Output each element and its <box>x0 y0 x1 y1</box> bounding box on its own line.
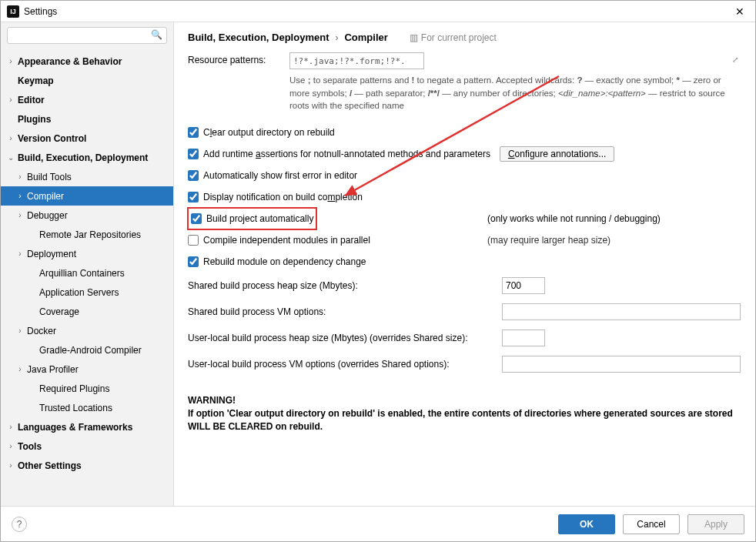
check-rebuild-dependency[interactable]: Rebuild module on dependency change <box>188 251 741 273</box>
sidebar-item-version-control[interactable]: ›Version Control <box>1 129 173 148</box>
sidebar-item-build-execution-deployment[interactable]: ⌄Build, Execution, Deployment <box>1 148 173 167</box>
chevron-right-icon: › <box>335 32 338 43</box>
ok-button[interactable]: OK <box>558 514 615 534</box>
settings-tree[interactable]: ›Appearance & BehaviorKeymap›EditorPlugi… <box>1 49 173 506</box>
checkbox-rebuild-dependency[interactable] <box>188 256 199 267</box>
chevron-right-icon: › <box>15 249 25 258</box>
sidebar-item-label: Other Settings <box>16 460 82 471</box>
app-icon: IJ <box>7 5 19 18</box>
sidebar-item-docker[interactable]: ›Docker <box>1 321 173 340</box>
breadcrumb-parent[interactable]: Build, Execution, Deployment <box>188 32 329 43</box>
sidebar-item-label: Debugger <box>25 210 68 221</box>
check-build-automatically[interactable]: Build project automatically <box>188 208 316 229</box>
sidebar-item-appearance-behavior[interactable]: ›Appearance & Behavior <box>1 52 173 71</box>
checkbox-show-first-error[interactable] <box>188 170 199 181</box>
sidebar-item-label: Arquillian Containers <box>38 268 125 279</box>
warning-block: WARNING! If option 'Clear output directo… <box>188 394 741 433</box>
sidebar-item-languages-frameworks[interactable]: ›Languages & Frameworks <box>1 417 173 437</box>
sidebar-item-label: Deployment <box>25 249 76 259</box>
titlebar: IJ Settings ✕ <box>1 1 755 22</box>
input-user-vmopts[interactable] <box>502 356 741 373</box>
sidebar-item-java-profiler[interactable]: ›Java Profiler <box>1 360 173 379</box>
check-runtime-assertions[interactable]: Add runtime assertions for notnull-annot… <box>188 143 741 165</box>
chevron-right-icon: › <box>5 134 16 142</box>
checkbox-build-notification[interactable] <box>188 192 199 202</box>
input-shared-heap[interactable] <box>502 277 545 294</box>
label-shared-vmopts: Shared build process VM options: <box>188 306 502 317</box>
sidebar-item-label: Keymap <box>16 75 54 86</box>
label-rebuild-dependency: Rebuild module on dependency change <box>203 256 366 267</box>
sidebar-item-label: Java Profiler <box>25 364 79 375</box>
search-wrap: 🔍 <box>1 22 173 49</box>
sidebar-item-label: Version Control <box>16 133 86 144</box>
sidebar-item-label: Application Servers <box>38 287 119 298</box>
sidebar-item-deployment[interactable]: ›Deployment <box>1 244 173 263</box>
scope-text: For current project <box>421 32 497 43</box>
check-build-notification[interactable]: Display notification on build completion <box>188 186 741 208</box>
sidebar-item-label: Trusted Locations <box>38 403 112 413</box>
body: 🔍 ›Appearance & BehaviorKeymap›EditorPlu… <box>1 22 755 506</box>
sidebar-item-keymap[interactable]: Keymap <box>1 71 173 90</box>
chevron-right-icon: › <box>5 57 16 65</box>
input-shared-vmopts[interactable] <box>502 303 741 320</box>
footer: ? OK Cancel Apply <box>1 506 755 541</box>
label-compile-parallel: Compile independent modules in parallel <box>203 235 370 246</box>
sidebar-item-required-plugins[interactable]: Required Plugins <box>1 379 173 398</box>
sidebar-item-trusted-locations[interactable]: Trusted Locations <box>1 398 173 417</box>
chevron-right-icon: › <box>5 95 16 104</box>
warning-head: WARNING! <box>188 394 741 407</box>
apply-button[interactable]: Apply <box>687 514 744 534</box>
chevron-right-icon: › <box>5 442 16 450</box>
check-clear-output[interactable]: Clear output directory on rebuild <box>188 122 741 143</box>
label-user-vmopts: User-local build process VM options (ove… <box>188 359 502 370</box>
sidebar-item-build-tools[interactable]: ›Build Tools <box>1 167 173 186</box>
sidebar-item-arquillian-containers[interactable]: Arquillian Containers <box>1 263 173 283</box>
sidebar-item-label: Languages & Frameworks <box>16 422 132 433</box>
sidebar-item-label: Build Tools <box>25 172 72 182</box>
sidebar-item-debugger[interactable]: ›Debugger <box>1 206 173 225</box>
sidebar-item-label: Coverage <box>38 306 79 317</box>
chevron-right-icon: › <box>5 461 16 470</box>
breadcrumb: Build, Execution, Deployment › Compiler … <box>188 32 741 43</box>
sidebar-item-tools[interactable]: ›Tools <box>1 437 173 456</box>
expand-icon[interactable]: ⤢ <box>732 55 738 64</box>
chevron-right-icon: › <box>15 326 25 335</box>
sidebar-item-other-settings[interactable]: ›Other Settings <box>1 456 173 475</box>
sidebar-item-plugins[interactable]: Plugins <box>1 109 173 129</box>
patterns-help: Use ; to separate patterns and ! to nega… <box>289 74 741 112</box>
sidebar-item-coverage[interactable]: Coverage <box>1 302 173 321</box>
sidebar-item-label: Appearance & Behavior <box>16 56 122 67</box>
scope-label: ▥ For current project <box>410 32 497 43</box>
sidebar: 🔍 ›Appearance & BehaviorKeymap›EditorPlu… <box>1 22 174 506</box>
content: Build, Execution, Deployment › Compiler … <box>174 22 755 506</box>
label-show-first-error: Automatically show first error in editor <box>203 170 357 181</box>
sidebar-item-label: Gradle-Android Compiler <box>38 345 142 356</box>
close-icon[interactable]: ✕ <box>731 5 749 18</box>
configure-annotations-button[interactable]: Configure annotations... <box>500 146 614 162</box>
help-icon[interactable]: ? <box>12 517 27 532</box>
input-user-heap[interactable] <box>502 330 545 346</box>
chevron-right-icon: › <box>15 192 25 200</box>
sidebar-item-remote-jar-repositories[interactable]: Remote Jar Repositories <box>1 225 173 244</box>
sidebar-item-label: Remote Jar Repositories <box>38 229 141 240</box>
sidebar-item-label: Tools <box>16 441 42 452</box>
check-show-first-error[interactable]: Automatically show first error in editor <box>188 165 741 186</box>
checkbox-build-automatically[interactable] <box>191 213 202 224</box>
checkbox-runtime-assertions[interactable] <box>188 149 199 159</box>
sidebar-item-label: Required Plugins <box>38 383 109 394</box>
sidebar-item-application-servers[interactable]: Application Servers <box>1 283 173 302</box>
checkbox-clear-output[interactable] <box>188 127 199 138</box>
search-input[interactable] <box>7 27 167 44</box>
checkbox-compile-parallel[interactable] <box>188 235 199 246</box>
label-shared-heap: Shared build process heap size (Mbytes): <box>188 280 502 291</box>
sidebar-item-label: Build, Execution, Deployment <box>16 152 148 163</box>
sidebar-item-gradle-android-compiler[interactable]: Gradle-Android Compiler <box>1 340 173 360</box>
resource-patterns-label: Resource patterns: <box>188 52 289 65</box>
sidebar-item-compiler[interactable]: ›Compiler <box>1 186 173 206</box>
check-compile-parallel[interactable]: Compile independent modules in parallel … <box>188 229 741 251</box>
cancel-button[interactable]: Cancel <box>623 514 680 534</box>
sidebar-item-label: Docker <box>25 326 56 336</box>
resource-patterns-input[interactable] <box>289 52 424 69</box>
window-title: Settings <box>24 6 731 17</box>
sidebar-item-editor[interactable]: ›Editor <box>1 90 173 109</box>
